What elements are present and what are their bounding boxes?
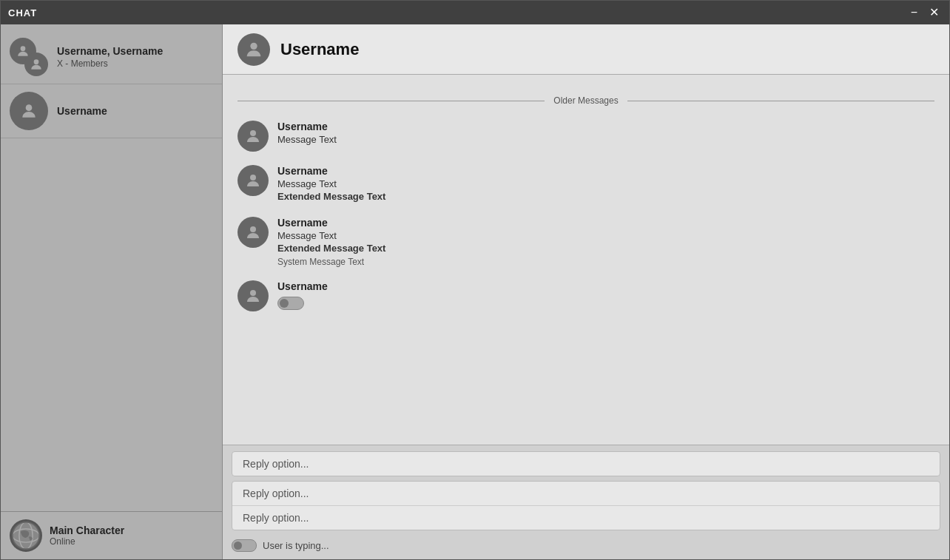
msg-system-3: System Message Text [277, 257, 385, 267]
msg-avatar-2 [238, 165, 269, 196]
msg-username-3: Username [277, 217, 385, 229]
msg-avatar-1 [238, 121, 269, 152]
toggle-track-4[interactable] [277, 297, 304, 310]
sidebar: Username, Username X - Members Username [1, 24, 223, 559]
msg-content-4: Username [277, 280, 328, 310]
msg-content-1: Username Message Text [277, 121, 337, 146]
svg-point-10 [250, 226, 256, 232]
footer-info: Main Character Online [50, 524, 124, 547]
svg-point-11 [250, 290, 256, 296]
chat-messages[interactable]: Older Messages Username Message Text [223, 75, 949, 445]
table-row: Username Message Text [238, 121, 934, 152]
chat-header-name: Username [280, 40, 359, 59]
chat-window: CHAT − ✕ [0, 0, 950, 560]
group-avatar-b [24, 53, 48, 76]
single-conv-name: Username [57, 105, 107, 117]
msg-avatar-4 [238, 280, 269, 311]
typing-toggle-icon [232, 539, 257, 552]
reply-option-single[interactable]: Reply option... [232, 451, 940, 476]
table-row: Username [238, 280, 934, 311]
sidebar-item-group[interactable]: Username, Username X - Members [1, 30, 222, 84]
sidebar-item-single[interactable]: Username [1, 84, 222, 138]
chat-panel: Username Older Messages Usern [223, 24, 949, 559]
older-messages-divider: Older Messages [238, 95, 934, 106]
chat-input-area: Reply option... Reply option... Reply op… [223, 445, 949, 559]
conversations-list: Username, Username X - Members Username [1, 24, 222, 511]
titlebar: CHAT − ✕ [1, 1, 949, 24]
msg-extended-3: Extended Message Text [277, 243, 385, 254]
svg-point-8 [250, 130, 256, 136]
msg-content-3: Username Message Text Extended Message T… [277, 217, 385, 267]
reply-option-group-1[interactable]: Reply option... [232, 482, 940, 506]
window-title: CHAT [8, 7, 37, 18]
single-avatar [10, 92, 48, 130]
chat-header-avatar [238, 33, 270, 66]
msg-avatar-3 [238, 217, 269, 248]
close-button[interactable]: ✕ [926, 5, 942, 20]
svg-point-0 [21, 46, 26, 51]
msg-text-3: Message Text [277, 230, 385, 241]
msg-text-2: Message Text [277, 178, 385, 189]
footer-name: Main Character [50, 524, 124, 536]
msg-extended-2: Extended Message Text [277, 191, 385, 202]
table-row: Username Message Text Extended Message T… [238, 165, 934, 203]
msg-username-2: Username [277, 165, 385, 177]
typing-indicator: User is typing... [232, 535, 940, 553]
reply-options-group: Reply option... Reply option... [232, 481, 940, 530]
footer-avatar [10, 519, 42, 552]
msg-text-1: Message Text [277, 134, 337, 145]
group-conv-info: Username, Username X - Members [57, 45, 163, 69]
group-avatar [10, 38, 48, 76]
svg-point-2 [26, 104, 33, 111]
group-conv-name: Username, Username [57, 45, 163, 57]
reply-option-group-2[interactable]: Reply option... [232, 506, 940, 530]
typing-label: User is typing... [263, 540, 329, 551]
minimize-button[interactable]: − [908, 5, 920, 20]
main-content: Username, Username X - Members Username [1, 24, 949, 559]
single-conv-info: Username [57, 105, 107, 117]
titlebar-controls: − ✕ [908, 5, 942, 20]
svg-point-1 [34, 59, 39, 64]
svg-point-7 [250, 42, 257, 49]
msg-username-1: Username [277, 121, 337, 132]
divider-label: Older Messages [553, 95, 618, 106]
sidebar-footer: Main Character Online [1, 511, 222, 559]
chat-header: Username [223, 24, 949, 75]
footer-status: Online [50, 536, 124, 547]
table-row: Username Message Text Extended Message T… [238, 217, 934, 267]
msg-content-2: Username Message Text Extended Message T… [277, 165, 385, 203]
msg-toggle-4 [277, 297, 328, 310]
msg-username-4: Username [277, 280, 328, 292]
group-conv-sub: X - Members [57, 58, 163, 69]
svg-point-9 [250, 175, 256, 181]
